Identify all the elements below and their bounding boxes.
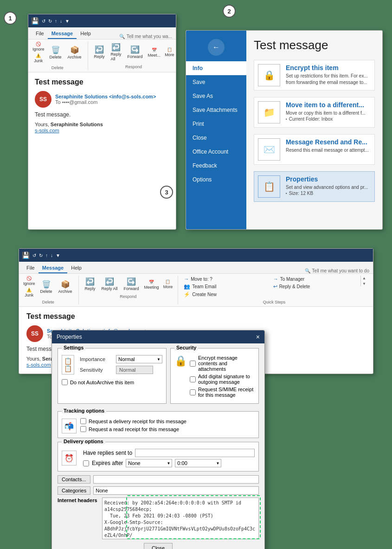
save-icon-3: 💾 [22, 252, 30, 259]
meeting-btn-3[interactable]: 📅 Meeting [143, 279, 161, 290]
expires-none-wrapper: None ▼ [126, 459, 172, 467]
categories-btn[interactable]: Categories [58, 486, 90, 495]
delete-btn-1[interactable]: 🗑️ Delete [47, 44, 64, 61]
file-menu-print[interactable]: Print [186, 117, 246, 131]
sender-row-1: SS Seraphinite Solutions <info@s-sols.co… [35, 91, 169, 108]
reply-btn-1[interactable]: ↩️ Reply [92, 44, 107, 60]
contacts-btn[interactable]: Contacts... [58, 475, 90, 484]
qs-scroll-down[interactable]: ▼ [362, 281, 366, 286]
more-btn-3[interactable]: 📋 More [162, 279, 174, 290]
tab-message-3[interactable]: Message [39, 263, 67, 273]
file-option-move[interactable]: 📁 Move item to a different... Move or co… [254, 97, 375, 128]
smime-checkbox[interactable] [190, 389, 196, 395]
move-title: Move item to a different... [286, 101, 371, 109]
more-btn-1[interactable]: 📅 Meet... [147, 47, 162, 58]
delivery-receipt-checkbox[interactable] [80, 418, 86, 424]
qs-tomanager[interactable]: → To Manager [271, 276, 359, 282]
expires-time-select[interactable]: 0:00 [175, 459, 221, 467]
file-menu-info[interactable]: Info [186, 61, 246, 75]
junk-btn-1[interactable]: ⚠️ Junk [31, 53, 46, 64]
back-btn[interactable]: ← [208, 39, 225, 56]
qs-createnew[interactable]: ⚡ Create New [182, 291, 270, 298]
properties-icon: 📋 [258, 175, 280, 198]
archive-btn-1[interactable]: 📦 Archive [65, 44, 84, 61]
dialog-titlebar: Properties × [52, 330, 264, 343]
tab-file-1[interactable]: File [32, 29, 48, 39]
security-content: 🔒 Encrypt message contents and attachmen… [174, 355, 255, 400]
dialog-close-x[interactable]: × [256, 333, 260, 341]
file-menu-saveattach[interactable]: Save Attachments [186, 103, 246, 117]
qs-replydelete[interactable]: ↩ Reply & Delete [271, 283, 359, 290]
importance-row: Importance Normal High Low ▼ [80, 355, 162, 363]
forward-btn-3[interactable]: ↪️ Forward [122, 276, 141, 292]
delete-group-3: 🚫 Ignore ⚠️ Junk 🗑️ Delete 📦 [22, 276, 79, 304]
replies-label: Have replies sent to [83, 450, 132, 456]
tab-file-3[interactable]: File [23, 263, 39, 273]
file-menu-close[interactable]: Close [186, 131, 246, 145]
expires-none-select[interactable]: None [126, 459, 172, 467]
ignore-junk-area: 🚫 Ignore ⚠️ Junk [31, 41, 46, 64]
qs-scroll-up[interactable]: ▲ [362, 276, 366, 281]
archive-btn-3[interactable]: 📦 Archive [56, 278, 75, 295]
file-option-properties[interactable]: 📋 Properties Set and view advanced optio… [254, 171, 375, 202]
settings-section: Settings 📋 📋 Importance [58, 348, 167, 404]
file-option-resend[interactable]: ✉️ Message Resend and Re... Resend this … [254, 134, 375, 165]
down-icon: ↓ [60, 19, 62, 24]
avatar-1: SS [35, 91, 51, 108]
properties-sub: Size: 12 KB [286, 191, 371, 196]
encrypt-desc: Set up restrictions for this item. For e… [286, 73, 371, 86]
up-icon: ↑ [55, 19, 57, 24]
qs-moveto[interactable]: → Move to: ? [182, 276, 270, 282]
delete-buttons-1: 🚫 Ignore ⚠️ Junk 🗑️ Delete 📦 [31, 41, 84, 64]
file-menu-options[interactable]: Options [186, 173, 246, 187]
contacts-input[interactable] [93, 475, 259, 484]
categories-input[interactable] [93, 486, 259, 495]
qs-teamemail[interactable]: 👥 Team Email [182, 283, 270, 290]
internet-headers-area: Internet headers Received: by 2002:a54:2… [58, 497, 259, 539]
ignore-junk-area-3: 🚫 Ignore ⚠️ Junk [22, 276, 37, 298]
properties-title: Properties [286, 175, 371, 183]
read-receipt-checkbox[interactable] [80, 426, 86, 432]
msg-link-3[interactable]: s-sols.com [26, 362, 51, 368]
forward-btn-1[interactable]: ↪️ Forward [125, 44, 145, 60]
ribbon-body-1: 🚫 Ignore ⚠️ Junk 🗑️ Delete 📦 [28, 39, 176, 72]
importance-label: Importance [80, 356, 112, 362]
replies-input[interactable] [135, 449, 255, 457]
reply-all-btn-1[interactable]: ↩️ Reply All [109, 41, 124, 63]
file-menu-officeaccount[interactable]: Office Account [186, 145, 246, 159]
sender-info-1: Seraphinite Solutions <info@s-sols.com> … [55, 94, 156, 105]
tab-help-3[interactable]: Help [67, 263, 85, 273]
tab-help-1[interactable]: Help [77, 29, 95, 39]
customize-icon: ▼ [65, 19, 70, 24]
security-title: Security [174, 345, 198, 350]
delivery-title: Delivery options [62, 439, 105, 444]
qs-new-icon: ⚡ [184, 291, 190, 297]
qs-right-col: → To Manager ↩ Reply & Delete [271, 276, 359, 290]
search-bar-3: 🔍 Tell me what you want to do [305, 268, 369, 273]
file-menu-feedback[interactable]: Feedback [186, 159, 246, 173]
quicksteps-buttons: → Move to: ? 👥 Team Email ⚡ Create New [182, 276, 366, 298]
security-options: Encrypt message contents and attachments… [190, 355, 255, 400]
msg-link-1[interactable]: s-sols.com [35, 128, 59, 133]
junk-btn-3[interactable]: ⚠️ Junk [22, 287, 37, 298]
security-section: Security 🔒 Encrypt message contents and … [170, 348, 259, 404]
reply-all-btn-3[interactable]: ↩️ Reply All [99, 276, 120, 292]
delete-btn-3[interactable]: 🗑️ Delete [38, 278, 55, 295]
tab-message-1[interactable]: Message [48, 29, 77, 39]
dialog-close-btn[interactable]: Close [144, 543, 173, 549]
move-icon: 📁 [258, 101, 280, 123]
ignore-btn-1[interactable]: 🚫 Ignore [31, 41, 46, 52]
internet-headers-textarea[interactable]: Received: by 2002:a54:264e:0:0:0:0:0 wit… [102, 497, 259, 539]
importance-select[interactable]: Normal High Low [116, 355, 162, 363]
ignore-btn-3[interactable]: 🚫 Ignore [22, 276, 37, 286]
digital-sig-checkbox[interactable] [190, 376, 196, 382]
encrypt-checkbox[interactable] [190, 361, 196, 367]
file-option-encrypt[interactable]: 🔒 Encrypt this item Set up restrictions … [254, 60, 375, 90]
save-icon: 💾 [31, 17, 39, 25]
more2-btn-1[interactable]: 📋 More [163, 47, 176, 58]
expires-checkbox[interactable] [83, 460, 89, 466]
file-menu-save[interactable]: Save [186, 75, 246, 89]
file-menu-saveas[interactable]: Save As [186, 89, 246, 103]
autoarchive-checkbox[interactable] [62, 379, 68, 385]
reply-btn-3[interactable]: ↩️ Reply [83, 276, 98, 292]
